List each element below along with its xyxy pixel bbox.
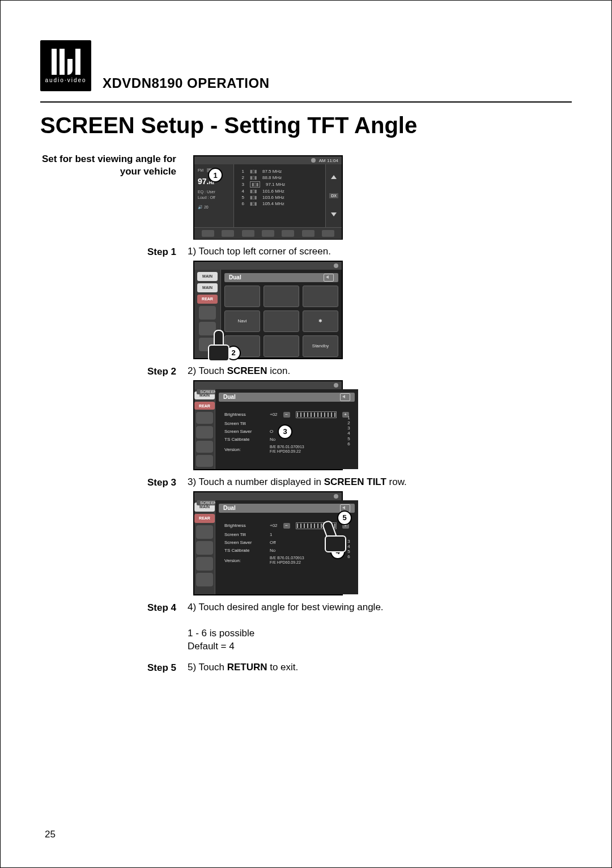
menu-tile (224, 286, 260, 307)
model-title: XDVDN8190 OPERATION (103, 75, 269, 91)
step-3-text: 3) Touch a number displayed in SCREEN TI… (188, 476, 407, 489)
callout-1: 1 (208, 168, 223, 182)
step-2-text: 2) Touch SCREEN icon. (188, 365, 290, 378)
tilt-value: 1 (270, 532, 272, 537)
side-rear-button: REAR (194, 402, 215, 410)
menu-tile-bluetooth: ✱ (303, 310, 338, 332)
tilt-num: 6 (347, 554, 350, 559)
preset-num: 5 (239, 195, 244, 200)
brightness-value: +02 (270, 412, 278, 417)
step-5-bold: RETURN (227, 662, 267, 673)
step-4-l1: 4) Touch desired angle for best viewing … (188, 602, 384, 612)
left-column: Set for best viewing angle for your vehi… (40, 153, 176, 245)
side-icon (196, 426, 213, 438)
minus-icon: − (283, 412, 290, 418)
side-icon (196, 541, 213, 555)
side-main2-button: MAIN (197, 283, 218, 292)
step-4-text: 4) Touch desired angle for best viewing … (188, 601, 384, 653)
menu-tile (264, 335, 299, 357)
menu-tile-navi: Navi (224, 310, 260, 332)
step-4-row: Step 4 4) Touch desired angle for best v… (40, 601, 572, 653)
tilt-label: Screen Tilt (224, 421, 264, 426)
arrow-down-icon (331, 212, 337, 216)
page-title: SCREEN Setup - Setting TFT Angle (40, 113, 572, 138)
logo-subtext: audio·video (45, 77, 86, 83)
tilt-num: 2 (347, 420, 350, 426)
step-1-label: Step 1 (40, 245, 176, 258)
tilt-label: Screen Tilt (224, 532, 264, 537)
antenna-icon (334, 263, 338, 268)
step-3-row: Step 3 3) Touch a number displayed in SC… (40, 476, 572, 489)
header-rule (40, 101, 572, 103)
intro-line1: Set for best viewing angle for (42, 154, 176, 164)
step-2-label: Step 2 (40, 365, 176, 377)
model-word: OPERATION (187, 75, 269, 91)
step-5-text: 5) Touch RETURN to exit. (188, 661, 298, 674)
version-v2: F/E HPD60.09.22 (270, 449, 301, 453)
callout-3: 3 (278, 424, 292, 439)
preset-num: 3 (239, 182, 244, 187)
preset-freq: 87.5 MHz (262, 169, 282, 174)
brightness-label: Brightness (224, 523, 264, 528)
minus-icon: − (283, 523, 290, 529)
screenshot-main-menu: MAIN MAIN REAR Dual Navi ✱ (193, 261, 343, 359)
step-3-label: Step 3 (40, 476, 176, 488)
calib-label: TS Calibrate (224, 437, 264, 442)
return-icon (340, 393, 350, 401)
side-icon (196, 525, 213, 539)
calib-label: TS Calibrate (224, 548, 264, 553)
screen-header: Dual (223, 394, 236, 400)
version-v1: B/E B76.01.070913 (270, 445, 304, 449)
step-4-l3: Default = 4 (188, 641, 235, 652)
step-2-pre: 2) Touch (188, 365, 227, 376)
intro-text: Set for best viewing angle for your vehi… (40, 153, 176, 178)
brand-logo: ® audio·video (40, 40, 91, 91)
tilt-num: 4 (347, 544, 350, 549)
step-3-post: row. (386, 476, 407, 487)
tilt-num: 6 (347, 441, 350, 446)
page-header: ® audio·video XDVDN8190 OPERATION (40, 40, 572, 91)
saver-label: Screen Saver (224, 540, 264, 545)
arrow-up-icon (331, 175, 337, 179)
hand-pointer-icon (206, 330, 231, 361)
menu-tile-standby: Standby (303, 335, 338, 357)
content-body: Set for best viewing angle for your vehi… (40, 153, 572, 245)
screenshot-screen-settings-2: SCREEN MAIN REAR Dual Brightness+02−+ Sc… (193, 491, 343, 595)
brightness-value: +02 (270, 523, 278, 528)
step-3-pre: 3) Touch a number displayed in (188, 476, 324, 487)
tilt-num: 5 (347, 549, 350, 554)
version-label: Version: (224, 558, 264, 563)
menu-tile (264, 310, 299, 332)
preset-num: 4 (239, 189, 244, 194)
registered-mark: ® (92, 40, 96, 46)
version-v2: F/E HPD60.09.22 (270, 560, 301, 564)
tilt-number-column: 1 2 3 4 5 6 (347, 415, 350, 446)
brightness-label: Brightness (224, 412, 264, 417)
version-label: Version: (224, 447, 264, 452)
radio-freq: 97. (198, 177, 209, 186)
preset-freq: 88.8 MHz (262, 175, 282, 180)
calib-value: No (270, 548, 275, 553)
step-5-post: to exit. (267, 662, 298, 673)
saver-label: Screen Saver (224, 429, 264, 434)
step-1-row: Step 1 1) Touch top left corner of scree… (40, 245, 572, 258)
intro-line2: your vehicle (120, 166, 176, 177)
step-4-l2: 1 - 6 is possible (188, 628, 254, 639)
menu-tile (264, 286, 299, 307)
screen-header: Dual (223, 505, 236, 511)
step-5-pre: 5) Touch (188, 662, 227, 673)
antenna-icon (334, 494, 338, 499)
saver-value: O (270, 429, 273, 434)
radio-band: FM (198, 168, 203, 172)
model-number: XDVDN8190 (103, 75, 183, 91)
clock-text: AM 11:04 (319, 158, 338, 163)
step-4-label: Step 4 (40, 601, 176, 614)
calib-value: No (270, 437, 275, 442)
screenshot-screen-settings-1: SCREEN MAIN REAR Dual Brightness+02−+ Sc… (193, 380, 343, 470)
tilt-num: 1 (347, 415, 350, 420)
side-rear-button: REAR (194, 514, 215, 523)
tilt-num: 3 (347, 426, 350, 431)
step-2-row: Step 2 2) Touch SCREEN icon. (40, 365, 572, 378)
preset-freq: 97.1 MHz (266, 182, 285, 187)
preset-freq: 105.4 MHz (262, 201, 284, 206)
